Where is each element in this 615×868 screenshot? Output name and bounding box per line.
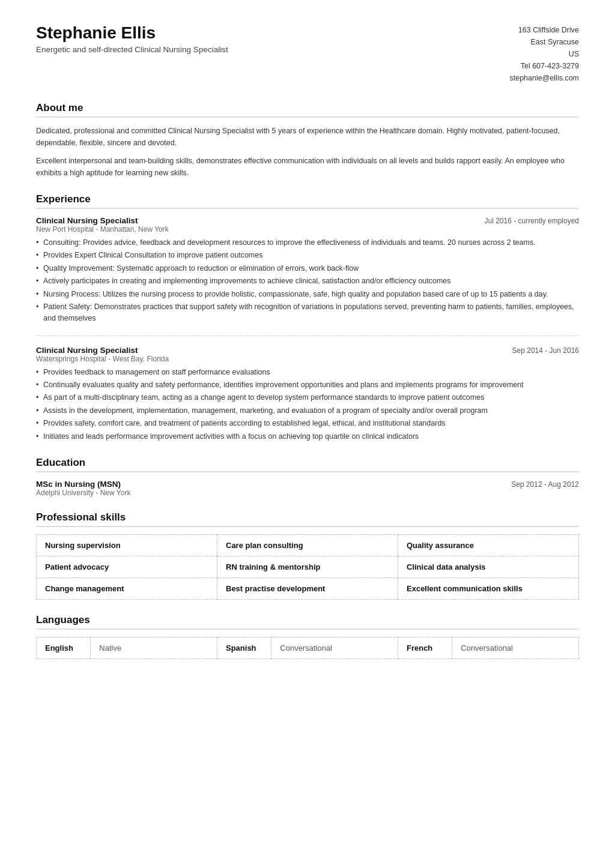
- experience-divider: [36, 336, 579, 336]
- about-section: About me Dedicated, professional and com…: [36, 102, 579, 179]
- job-entry-1: Clinical Nursing Specialist Jul 2016 - c…: [36, 216, 579, 325]
- job-1-title: Clinical Nursing Specialist: [36, 216, 138, 225]
- bullet: Provides feedback to management on staff…: [36, 367, 579, 378]
- lang-english-name: English: [37, 637, 91, 659]
- candidate-name: Stephanie Ellis: [36, 24, 228, 43]
- skill-clinical-data: Clinical data analysis: [398, 556, 579, 577]
- languages-title: Languages: [36, 614, 579, 630]
- lang-spanish-name: Spanish: [217, 637, 271, 659]
- about-title: About me: [36, 102, 579, 118]
- bullet: Provides safety, comfort care, and treat…: [36, 418, 579, 429]
- job-1-company: New Port Hospital - Manhattan, New York: [36, 225, 579, 234]
- languages-row: English Native Spanish Conversational Fr…: [37, 637, 579, 659]
- job-entry-2: Clinical Nursing Specialist Sep 2014 - J…: [36, 346, 579, 442]
- skills-table: Nursing supervision Care plan consulting…: [36, 534, 579, 600]
- skills-row-1: Nursing supervision Care plan consulting…: [37, 534, 579, 556]
- degree-1-header: MSc in Nursing (MSN) Sep 2012 - Aug 2012: [36, 480, 579, 489]
- degree-entry-1: MSc in Nursing (MSN) Sep 2012 - Aug 2012…: [36, 480, 579, 497]
- job-1-header: Clinical Nursing Specialist Jul 2016 - c…: [36, 216, 579, 225]
- skill-care-plan-consulting: Care plan consulting: [217, 534, 398, 556]
- lang-spanish-level: Conversational: [271, 637, 398, 659]
- lang-french-name: French: [398, 637, 452, 659]
- lang-french-level: Conversational: [452, 637, 579, 659]
- header: Stephanie Ellis Energetic and self-direc…: [36, 24, 579, 84]
- job-2-company: Watersprings Hospital - West Bay, Florid…: [36, 355, 579, 363]
- skill-best-practise: Best practise development: [217, 577, 398, 599]
- education-title: Education: [36, 457, 579, 472]
- job-2-header: Clinical Nursing Specialist Sep 2014 - J…: [36, 346, 579, 355]
- skills-section: Professional skills Nursing supervision …: [36, 511, 579, 600]
- skill-change-management: Change management: [37, 577, 217, 599]
- about-para2: Excellent interpersonal and team-buildin…: [36, 155, 579, 179]
- bullet: Consulting: Provides advice, feedback an…: [36, 237, 579, 249]
- job-1-bullets: Consulting: Provides advice, feedback an…: [36, 237, 579, 325]
- bullet: Assists in the development, implementati…: [36, 405, 579, 417]
- job-2-date: Sep 2014 - Jun 2016: [512, 346, 579, 355]
- job-1-date: Jul 2016 - currently employed: [485, 217, 579, 225]
- bullet: Quality Improvement: Systematic approach…: [36, 263, 579, 274]
- skill-rn-training: RN training & mentorship: [217, 556, 398, 577]
- bullet: Patient Safety: Demonstrates practices t…: [36, 301, 579, 325]
- experience-title: Experience: [36, 193, 579, 209]
- bullet: As part of a multi-disciplinary team, ac…: [36, 392, 579, 403]
- languages-section: Languages English Native Spanish Convers…: [36, 614, 579, 659]
- header-left: Stephanie Ellis Energetic and self-direc…: [36, 24, 228, 54]
- email: stephanie@ellis.com: [509, 72, 579, 84]
- about-para1: Dedicated, professional and committed Cl…: [36, 125, 579, 149]
- bullet: Continually evaluates quality and safety…: [36, 379, 579, 391]
- bullet: Nursing Process: Utilizes the nursing pr…: [36, 289, 579, 300]
- address-line2: East Syracuse: [509, 36, 579, 48]
- skills-title: Professional skills: [36, 511, 579, 527]
- skill-patient-advocacy: Patient advocacy: [37, 556, 217, 577]
- degree-1-school: Adelphi University - New York: [36, 489, 579, 497]
- degree-1-date: Sep 2012 - Aug 2012: [511, 480, 579, 489]
- bullet: Initiates and leads performance improvem…: [36, 431, 579, 442]
- job-2-title: Clinical Nursing Specialist: [36, 346, 138, 355]
- header-contact: 163 Cliffside Drive East Syracuse US Tel…: [509, 24, 579, 84]
- phone: Tel 607-423-3279: [509, 60, 579, 72]
- address-line1: 163 Cliffside Drive: [509, 24, 579, 36]
- skill-quality-assurance: Quality assurance: [398, 534, 579, 556]
- experience-section: Experience Clinical Nursing Specialist J…: [36, 193, 579, 442]
- bullet: Provides Expert Clinical Consultation to…: [36, 250, 579, 261]
- lang-english-level: Native: [91, 637, 217, 659]
- skills-row-3: Change management Best practise developm…: [37, 577, 579, 599]
- skill-nursing-supervision: Nursing supervision: [37, 534, 217, 556]
- bullet: Actively participates in creating and im…: [36, 276, 579, 287]
- skills-row-2: Patient advocacy RN training & mentorshi…: [37, 556, 579, 577]
- education-section: Education MSc in Nursing (MSN) Sep 2012 …: [36, 457, 579, 497]
- candidate-tagline: Energetic and self-directed Clinical Nur…: [36, 45, 228, 54]
- job-2-bullets: Provides feedback to management on staff…: [36, 367, 579, 442]
- address-line3: US: [509, 48, 579, 60]
- degree-1-title: MSc in Nursing (MSN): [36, 480, 121, 489]
- skill-communication: Excellent communication skills: [398, 577, 579, 599]
- languages-table: English Native Spanish Conversational Fr…: [36, 637, 579, 659]
